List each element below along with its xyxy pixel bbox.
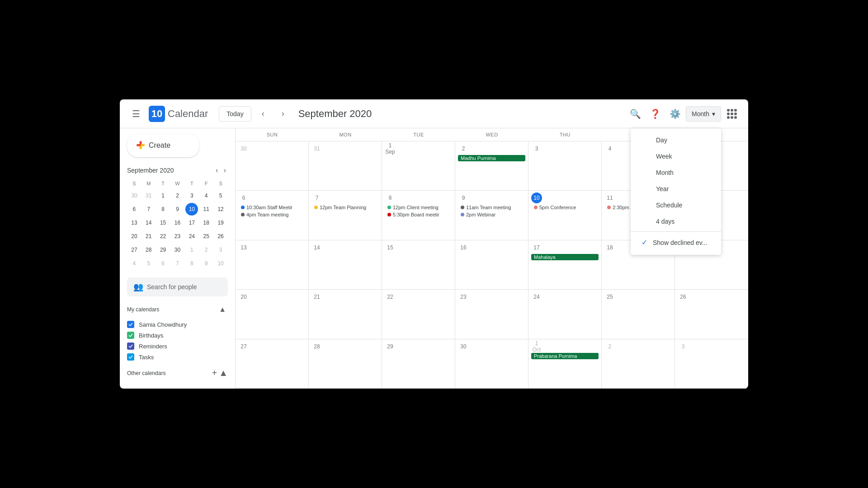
calendar-item-reminders[interactable]: Reminders [127,341,228,352]
settings-button[interactable]: ⚙️ [666,105,684,123]
day-cell-oct1[interactable]: 1 Oct Prabarana Purnima [528,339,602,388]
day-cell-sep27[interactable]: 27 [236,339,309,388]
mini-day[interactable]: 6 [157,257,170,270]
create-button[interactable]: ✚ Create [127,134,199,157]
mini-day[interactable]: 5 [142,257,155,270]
mini-day-today[interactable]: 10 [185,203,198,216]
event-chip-webinar[interactable]: 2pm Webinar [458,211,525,218]
other-calendars-collapse[interactable]: ▲ [219,368,228,378]
event-chip-team-meeting-9[interactable]: 11am Team meeting [458,204,525,211]
mini-day[interactable]: 21 [142,230,155,243]
day-cell-sep30[interactable]: 30 [455,339,528,388]
mini-day[interactable]: 27 [128,244,141,256]
mini-day[interactable]: 30 [171,244,184,256]
mini-day[interactable]: 5 [214,189,227,202]
mini-day[interactable]: 30 [128,189,141,202]
event-chip-team-planning[interactable]: 12pm Team Planning [311,204,379,211]
mini-day[interactable]: 8 [185,257,198,270]
mini-day[interactable]: 1 [157,189,170,202]
mini-day[interactable]: 15 [157,216,170,229]
day-cell-sep10[interactable]: 10 5pm Conference [528,191,602,239]
mini-day[interactable]: 7 [171,257,184,270]
mini-day[interactable]: 29 [157,244,170,256]
day-cell-sep2[interactable]: 2 Madhu Purnima [455,141,528,190]
mini-day[interactable]: 7 [142,203,155,216]
mini-day[interactable]: 9 [171,203,184,216]
mini-cal-next[interactable]: › [222,164,228,176]
dropdown-item-week[interactable]: Week [631,148,721,164]
dropdown-item-4days[interactable]: 4 days [631,213,721,230]
apps-button[interactable] [723,105,741,123]
day-cell-sep22[interactable]: 22 [382,290,455,338]
event-chip-client-meeting[interactable]: 12pm Client meeting [385,204,452,211]
day-cell-sep21[interactable]: 21 [309,290,382,338]
day-cell-sep6[interactable]: 6 10:30am Staff Meetir 4pm Team meeting [236,191,309,239]
day-cell-sep1[interactable]: 1 Sep [382,141,455,190]
day-cell-oct2[interactable]: 2 [602,339,675,388]
mini-day[interactable]: 20 [128,230,141,243]
event-chip-prabarana-purnima[interactable]: Prabarana Purnima [531,353,599,359]
mini-day[interactable]: 13 [128,216,141,229]
dropdown-item-month[interactable]: Month [631,164,721,181]
mini-day[interactable]: 11 [200,203,212,216]
dropdown-item-schedule[interactable]: Schedule [631,197,721,213]
mini-day[interactable]: 25 [200,230,212,243]
day-cell-sep17[interactable]: 17 Mahalaya [528,240,602,289]
mini-day[interactable]: 23 [171,230,184,243]
day-cell-sep23[interactable]: 23 [455,290,528,338]
day-cell-aug31[interactable]: 31 [309,141,382,190]
day-cell-sep24[interactable]: 24 [528,290,602,338]
day-cell-sep3[interactable]: 3 [528,141,602,190]
next-button[interactable]: › [275,106,291,122]
mini-day[interactable]: 10 [214,257,227,270]
prev-button[interactable]: ‹ [255,106,271,122]
search-button[interactable]: 🔍 [626,105,644,123]
mini-day[interactable]: 2 [200,244,212,256]
mini-day[interactable]: 6 [128,203,141,216]
search-people[interactable]: 👥 Search for people [127,277,228,296]
day-cell-aug30[interactable]: 30 [236,141,309,190]
day-cell-sep13[interactable]: 13 [236,240,309,289]
mini-day[interactable]: 1 [185,244,198,256]
mini-day[interactable]: 14 [142,216,155,229]
event-chip-board-meeting[interactable]: 5:30pm Board meetir [385,211,452,218]
today-button[interactable]: Today [219,106,251,122]
day-cell-sep9[interactable]: 9 11am Team meeting 2pm Webinar [455,191,528,239]
mini-day[interactable]: 18 [200,216,212,229]
mini-day[interactable]: 4 [128,257,141,270]
mini-day[interactable]: 3 [185,189,198,202]
menu-button[interactable]: ☰ [127,105,145,123]
day-cell-sep8[interactable]: 8 12pm Client meeting 5:30pm Board meeti… [382,191,455,239]
mini-day[interactable]: 2 [171,189,184,202]
mini-day[interactable]: 28 [142,244,155,256]
day-cell-sep14[interactable]: 14 [309,240,382,289]
day-cell-oct3[interactable]: 3 [675,339,748,388]
mini-day[interactable]: 26 [214,230,227,243]
day-cell-sep25[interactable]: 25 [602,290,675,338]
day-cell-sep7[interactable]: 7 12pm Team Planning [309,191,382,239]
event-chip-madhu-purnima[interactable]: Madhu Purnima [458,155,525,161]
mini-day[interactable]: 17 [185,216,198,229]
event-chip-staff-meeting[interactable]: 10:30am Staff Meetir [238,204,306,211]
day-cell-sep29[interactable]: 29 [382,339,455,388]
mini-day[interactable]: 19 [214,216,227,229]
day-cell-sep16[interactable]: 16 [455,240,528,289]
calendar-item-birthdays[interactable]: Birthdays [127,330,228,341]
mini-day[interactable]: 22 [157,230,170,243]
mini-day[interactable]: 16 [171,216,184,229]
mini-day[interactable]: 12 [214,203,227,216]
dropdown-item-year[interactable]: Year [631,181,721,197]
mini-day[interactable]: 8 [157,203,170,216]
add-calendar-button[interactable]: + [212,368,217,378]
day-cell-sep28[interactable]: 28 [309,339,382,388]
mini-cal-prev[interactable]: ‹ [214,164,220,176]
my-calendars-collapse[interactable]: ▲ [217,304,228,315]
day-cell-sep15[interactable]: 15 [382,240,455,289]
mini-day[interactable]: 9 [200,257,212,270]
event-chip-conference[interactable]: 5pm Conference [531,204,599,211]
mini-day[interactable]: 24 [185,230,198,243]
event-chip-team-meeting-6[interactable]: 4pm Team meeting [238,211,306,218]
day-cell-sep26[interactable]: 26 [675,290,748,338]
calendar-item-samia[interactable]: Samia Chowdhury [127,319,228,330]
dropdown-item-show-declined[interactable]: ✓ Show declined ev... [631,234,721,251]
